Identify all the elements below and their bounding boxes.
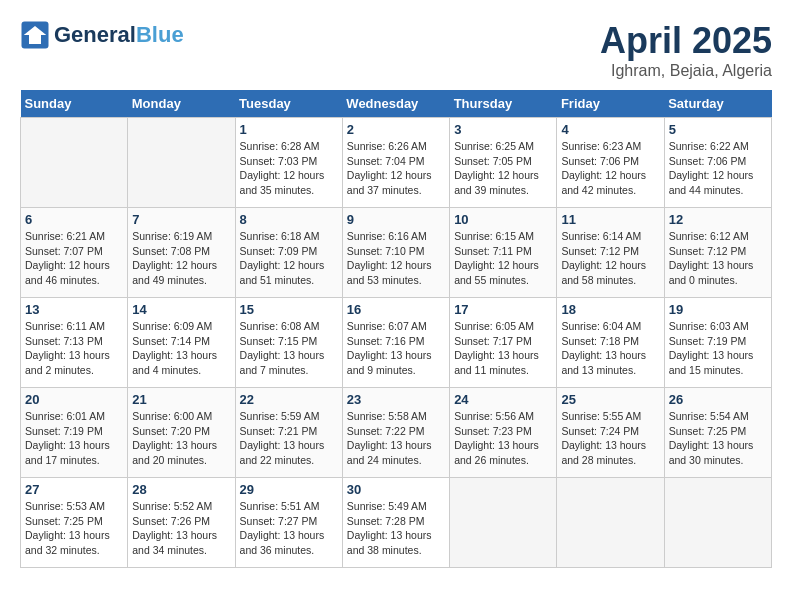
weekday-header-monday: Monday xyxy=(128,90,235,118)
day-detail: Sunrise: 6:04 AM Sunset: 7:18 PM Dayligh… xyxy=(561,319,659,378)
calendar-table: SundayMondayTuesdayWednesdayThursdayFrid… xyxy=(20,90,772,568)
day-detail: Sunrise: 6:15 AM Sunset: 7:11 PM Dayligh… xyxy=(454,229,552,288)
day-detail: Sunrise: 5:54 AM Sunset: 7:25 PM Dayligh… xyxy=(669,409,767,468)
day-detail: Sunrise: 5:51 AM Sunset: 7:27 PM Dayligh… xyxy=(240,499,338,558)
day-detail: Sunrise: 6:09 AM Sunset: 7:14 PM Dayligh… xyxy=(132,319,230,378)
calendar-body: 1Sunrise: 6:28 AM Sunset: 7:03 PM Daylig… xyxy=(21,118,772,568)
day-number: 15 xyxy=(240,302,338,317)
calendar-cell: 24Sunrise: 5:56 AM Sunset: 7:23 PM Dayli… xyxy=(450,388,557,478)
calendar-week-4: 20Sunrise: 6:01 AM Sunset: 7:19 PM Dayli… xyxy=(21,388,772,478)
day-number: 30 xyxy=(347,482,445,497)
calendar-cell: 22Sunrise: 5:59 AM Sunset: 7:21 PM Dayli… xyxy=(235,388,342,478)
day-detail: Sunrise: 6:22 AM Sunset: 7:06 PM Dayligh… xyxy=(669,139,767,198)
day-detail: Sunrise: 6:08 AM Sunset: 7:15 PM Dayligh… xyxy=(240,319,338,378)
day-number: 28 xyxy=(132,482,230,497)
day-detail: Sunrise: 6:14 AM Sunset: 7:12 PM Dayligh… xyxy=(561,229,659,288)
calendar-cell: 13Sunrise: 6:11 AM Sunset: 7:13 PM Dayli… xyxy=(21,298,128,388)
day-detail: Sunrise: 5:56 AM Sunset: 7:23 PM Dayligh… xyxy=(454,409,552,468)
title-block: April 2025 Ighram, Bejaia, Algeria xyxy=(600,20,772,80)
day-detail: Sunrise: 6:07 AM Sunset: 7:16 PM Dayligh… xyxy=(347,319,445,378)
day-number: 7 xyxy=(132,212,230,227)
calendar-cell: 5Sunrise: 6:22 AM Sunset: 7:06 PM Daylig… xyxy=(664,118,771,208)
calendar-cell: 20Sunrise: 6:01 AM Sunset: 7:19 PM Dayli… xyxy=(21,388,128,478)
calendar-cell: 28Sunrise: 5:52 AM Sunset: 7:26 PM Dayli… xyxy=(128,478,235,568)
calendar-cell: 17Sunrise: 6:05 AM Sunset: 7:17 PM Dayli… xyxy=(450,298,557,388)
day-number: 27 xyxy=(25,482,123,497)
calendar-cell: 2Sunrise: 6:26 AM Sunset: 7:04 PM Daylig… xyxy=(342,118,449,208)
calendar-cell: 1Sunrise: 6:28 AM Sunset: 7:03 PM Daylig… xyxy=(235,118,342,208)
day-number: 21 xyxy=(132,392,230,407)
calendar-cell: 27Sunrise: 5:53 AM Sunset: 7:25 PM Dayli… xyxy=(21,478,128,568)
calendar-cell xyxy=(450,478,557,568)
day-detail: Sunrise: 6:00 AM Sunset: 7:20 PM Dayligh… xyxy=(132,409,230,468)
day-detail: Sunrise: 6:05 AM Sunset: 7:17 PM Dayligh… xyxy=(454,319,552,378)
calendar-cell: 9Sunrise: 6:16 AM Sunset: 7:10 PM Daylig… xyxy=(342,208,449,298)
day-detail: Sunrise: 6:16 AM Sunset: 7:10 PM Dayligh… xyxy=(347,229,445,288)
day-number: 4 xyxy=(561,122,659,137)
calendar-cell xyxy=(21,118,128,208)
day-number: 1 xyxy=(240,122,338,137)
month-title: April 2025 xyxy=(600,20,772,62)
calendar-cell: 21Sunrise: 6:00 AM Sunset: 7:20 PM Dayli… xyxy=(128,388,235,478)
calendar-week-3: 13Sunrise: 6:11 AM Sunset: 7:13 PM Dayli… xyxy=(21,298,772,388)
day-detail: Sunrise: 5:58 AM Sunset: 7:22 PM Dayligh… xyxy=(347,409,445,468)
day-detail: Sunrise: 6:26 AM Sunset: 7:04 PM Dayligh… xyxy=(347,139,445,198)
calendar-cell: 10Sunrise: 6:15 AM Sunset: 7:11 PM Dayli… xyxy=(450,208,557,298)
calendar-cell xyxy=(557,478,664,568)
calendar-cell: 19Sunrise: 6:03 AM Sunset: 7:19 PM Dayli… xyxy=(664,298,771,388)
day-number: 10 xyxy=(454,212,552,227)
weekday-header-tuesday: Tuesday xyxy=(235,90,342,118)
day-number: 14 xyxy=(132,302,230,317)
day-number: 16 xyxy=(347,302,445,317)
day-number: 11 xyxy=(561,212,659,227)
day-number: 2 xyxy=(347,122,445,137)
day-number: 3 xyxy=(454,122,552,137)
weekday-header-friday: Friday xyxy=(557,90,664,118)
day-detail: Sunrise: 6:19 AM Sunset: 7:08 PM Dayligh… xyxy=(132,229,230,288)
day-detail: Sunrise: 5:55 AM Sunset: 7:24 PM Dayligh… xyxy=(561,409,659,468)
calendar-cell: 4Sunrise: 6:23 AM Sunset: 7:06 PM Daylig… xyxy=(557,118,664,208)
calendar-cell xyxy=(664,478,771,568)
calendar-cell: 12Sunrise: 6:12 AM Sunset: 7:12 PM Dayli… xyxy=(664,208,771,298)
calendar-cell: 29Sunrise: 5:51 AM Sunset: 7:27 PM Dayli… xyxy=(235,478,342,568)
weekday-header-thursday: Thursday xyxy=(450,90,557,118)
location: Ighram, Bejaia, Algeria xyxy=(600,62,772,80)
calendar-cell: 23Sunrise: 5:58 AM Sunset: 7:22 PM Dayli… xyxy=(342,388,449,478)
logo: GeneralBlue xyxy=(20,20,184,50)
calendar-cell: 16Sunrise: 6:07 AM Sunset: 7:16 PM Dayli… xyxy=(342,298,449,388)
weekday-header-wednesday: Wednesday xyxy=(342,90,449,118)
day-number: 29 xyxy=(240,482,338,497)
day-number: 13 xyxy=(25,302,123,317)
calendar-cell: 7Sunrise: 6:19 AM Sunset: 7:08 PM Daylig… xyxy=(128,208,235,298)
day-number: 8 xyxy=(240,212,338,227)
calendar-cell xyxy=(128,118,235,208)
page-header: GeneralBlue April 2025 Ighram, Bejaia, A… xyxy=(20,20,772,80)
day-number: 24 xyxy=(454,392,552,407)
day-number: 23 xyxy=(347,392,445,407)
day-number: 22 xyxy=(240,392,338,407)
calendar-cell: 25Sunrise: 5:55 AM Sunset: 7:24 PM Dayli… xyxy=(557,388,664,478)
day-number: 6 xyxy=(25,212,123,227)
day-detail: Sunrise: 6:11 AM Sunset: 7:13 PM Dayligh… xyxy=(25,319,123,378)
weekday-header-row: SundayMondayTuesdayWednesdayThursdayFrid… xyxy=(21,90,772,118)
calendar-week-5: 27Sunrise: 5:53 AM Sunset: 7:25 PM Dayli… xyxy=(21,478,772,568)
calendar-cell: 11Sunrise: 6:14 AM Sunset: 7:12 PM Dayli… xyxy=(557,208,664,298)
day-number: 5 xyxy=(669,122,767,137)
calendar-cell: 3Sunrise: 6:25 AM Sunset: 7:05 PM Daylig… xyxy=(450,118,557,208)
day-detail: Sunrise: 6:23 AM Sunset: 7:06 PM Dayligh… xyxy=(561,139,659,198)
calendar-cell: 14Sunrise: 6:09 AM Sunset: 7:14 PM Dayli… xyxy=(128,298,235,388)
day-number: 9 xyxy=(347,212,445,227)
day-number: 26 xyxy=(669,392,767,407)
calendar-cell: 8Sunrise: 6:18 AM Sunset: 7:09 PM Daylig… xyxy=(235,208,342,298)
logo-icon xyxy=(20,20,50,50)
day-number: 19 xyxy=(669,302,767,317)
calendar-cell: 30Sunrise: 5:49 AM Sunset: 7:28 PM Dayli… xyxy=(342,478,449,568)
day-detail: Sunrise: 5:53 AM Sunset: 7:25 PM Dayligh… xyxy=(25,499,123,558)
calendar-week-1: 1Sunrise: 6:28 AM Sunset: 7:03 PM Daylig… xyxy=(21,118,772,208)
calendar-cell: 18Sunrise: 6:04 AM Sunset: 7:18 PM Dayli… xyxy=(557,298,664,388)
calendar-cell: 26Sunrise: 5:54 AM Sunset: 7:25 PM Dayli… xyxy=(664,388,771,478)
day-detail: Sunrise: 6:25 AM Sunset: 7:05 PM Dayligh… xyxy=(454,139,552,198)
day-number: 18 xyxy=(561,302,659,317)
day-detail: Sunrise: 5:52 AM Sunset: 7:26 PM Dayligh… xyxy=(132,499,230,558)
day-detail: Sunrise: 5:59 AM Sunset: 7:21 PM Dayligh… xyxy=(240,409,338,468)
